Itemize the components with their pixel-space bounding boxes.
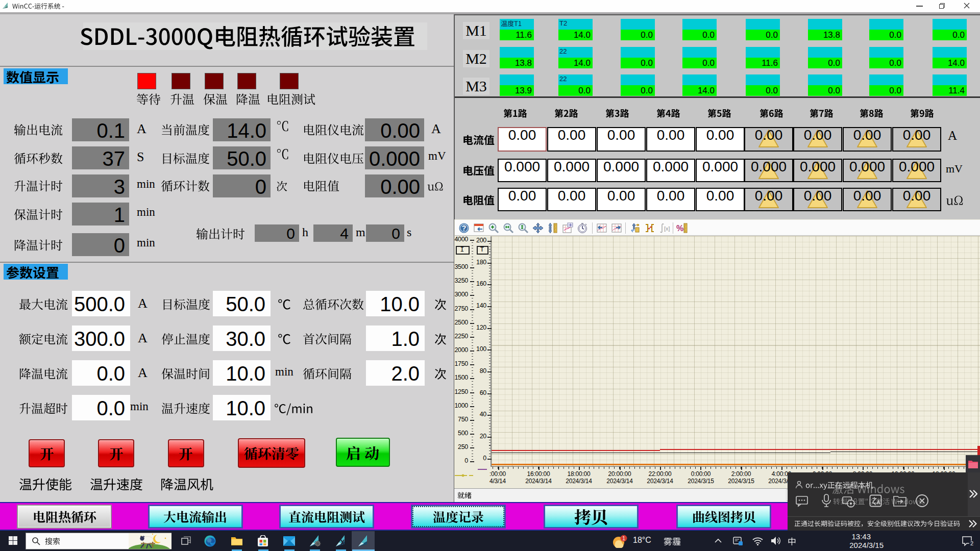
svg-text:2: 2 <box>970 540 973 546</box>
svg-text:?: ? <box>462 224 467 232</box>
svg-text:1: 1 <box>622 536 625 541</box>
svg-text:%: % <box>676 224 683 233</box>
svg-text:[x]: [x] <box>664 226 670 232</box>
